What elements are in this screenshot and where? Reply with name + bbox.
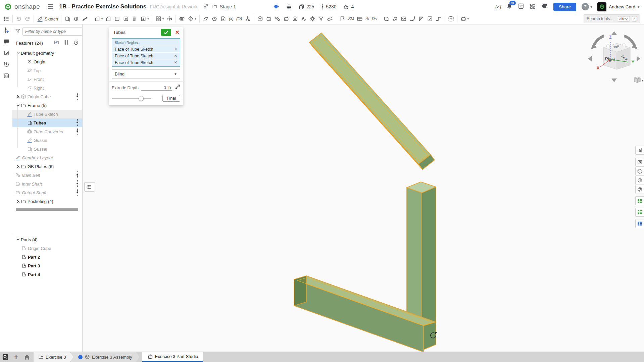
tube-diagonal-side-face[interactable] — [309, 42, 423, 169]
wire-tool[interactable] — [434, 15, 443, 23]
ds-tool-tool[interactable]: Ds — [370, 15, 378, 22]
feature-row-tube-converter[interactable]: Tube Converter — [12, 127, 82, 136]
custom-feature-robot-tool[interactable]: ▾ — [459, 15, 470, 23]
remove-region-icon[interactable]: ✕ — [174, 54, 177, 58]
part-row-part-3[interactable]: Part 3 — [12, 261, 82, 270]
feature-row-pocketing-4[interactable]: Pocketing (4) — [12, 197, 82, 206]
belt-feature-tool[interactable] — [273, 15, 282, 23]
custom-feature-robot-caret-icon[interactable]: ▾ — [467, 17, 469, 20]
suppression-handle[interactable] — [76, 93, 79, 101]
thread-tool[interactable] — [130, 15, 139, 23]
statistics-panel-icon[interactable] — [635, 146, 644, 155]
explode-tree-tool[interactable] — [243, 15, 252, 23]
split-tool[interactable]: ▾ — [186, 15, 198, 23]
move-face-tool[interactable] — [391, 15, 399, 23]
new-tab-button[interactable]: + — [11, 352, 21, 362]
tube-feature-tool[interactable] — [291, 15, 299, 23]
apps-grid-icon[interactable] — [530, 3, 536, 11]
history-rail-icon[interactable] — [0, 59, 12, 70]
suppression-handle[interactable] — [76, 171, 79, 179]
fillet-tool[interactable]: ▾ — [93, 15, 104, 23]
workspace-label[interactable]: Stage 1 — [220, 4, 236, 9]
eraser-feature-tool[interactable] — [326, 15, 334, 23]
feature-row-default-geometry[interactable]: Default geometry — [12, 49, 82, 57]
redo-tool[interactable] — [23, 15, 32, 23]
rib-caret-icon[interactable]: ▾ — [147, 17, 149, 20]
featurescript-icon[interactable]: {✓} — [495, 4, 501, 9]
lookup-tool[interactable]: (Q) — [235, 15, 243, 22]
collapse-arrow-icon[interactable] — [15, 51, 21, 55]
share-button[interactable]: Share — [553, 3, 576, 11]
gear-feature-tool[interactable] — [308, 15, 317, 23]
sketch-tool[interactable]: Sketch — [36, 15, 59, 23]
tasks-icon[interactable] — [518, 3, 524, 11]
insert-item-rail-icon[interactable] — [0, 24, 12, 36]
feature-row-gearbox-layout[interactable]: Gearbox Layout — [12, 153, 82, 162]
section-views-panel-icon[interactable] — [635, 176, 644, 185]
linear-pattern-caret-icon[interactable]: ▾ — [162, 17, 164, 20]
revolve-tool[interactable] — [72, 15, 81, 23]
sketch-region-row[interactable]: Face of Tube Sketch✕ — [112, 59, 180, 66]
rollback-bar[interactable] — [16, 208, 78, 211]
rotate-right-arrow[interactable] — [637, 56, 640, 61]
measure-pick-icon[interactable] — [174, 84, 180, 92]
rotate-left-arrow[interactable] — [588, 56, 592, 61]
public-globe-icon[interactable] — [286, 4, 292, 10]
undo-tool[interactable] — [14, 15, 23, 23]
part-row-part-2[interactable]: Part 2 — [12, 253, 82, 261]
feature-row-tube-sketch[interactable]: Tube Sketch — [12, 110, 82, 118]
view-cube[interactable]: Top Right Back Z Y X ▾ — [584, 29, 644, 89]
expand-arrow-icon[interactable] — [15, 199, 21, 203]
mate-feature-tool[interactable] — [299, 15, 308, 23]
fillet-caret-icon[interactable]: ▾ — [101, 17, 103, 20]
feature-row-front[interactable]: Front — [12, 75, 82, 84]
suspend-rollback-icon[interactable] — [64, 40, 68, 46]
link-icon[interactable] — [203, 3, 209, 10]
suppression-handle[interactable] — [76, 127, 79, 136]
variable-tool[interactable]: (x) — [228, 15, 235, 22]
expand-arrow-icon[interactable] — [15, 95, 21, 99]
feature-row-origin-cube[interactable]: Origin Cube — [12, 92, 82, 101]
document-tab-exercise-3-assembly[interactable]: Exercise 3 Assembly — [71, 352, 140, 362]
suppression-handle[interactable] — [76, 189, 79, 197]
education-badge[interactable] — [273, 4, 279, 10]
likes-stat[interactable]: 4 — [343, 4, 354, 10]
feature-row-right[interactable]: Right — [12, 84, 82, 92]
suppression-handle[interactable] — [76, 119, 79, 127]
part-row-part-4[interactable]: Part 4 — [12, 270, 82, 279]
rotate-up-arrow[interactable] — [611, 31, 617, 35]
remove-region-icon[interactable]: ✕ — [174, 60, 177, 65]
frame-cube-tool[interactable] — [256, 15, 264, 23]
document-tab-exercise-3[interactable]: Exercise 3 — [34, 352, 73, 362]
dialog-cancel-button[interactable]: ✕ — [174, 29, 181, 36]
hole-tool[interactable] — [121, 15, 130, 23]
view-menu-cube-icon[interactable]: ▾ — [634, 77, 643, 83]
validate-doc-tool[interactable] — [426, 15, 434, 23]
decal-tool[interactable] — [399, 15, 408, 23]
derived-tool[interactable] — [219, 15, 228, 23]
end-condition-select[interactable]: Blind ▼ — [112, 69, 180, 79]
sketch-region-row[interactable]: Face of Tube Sketch✕ — [112, 46, 180, 52]
derive-book-tool[interactable] — [382, 15, 391, 23]
learning-center-icon[interactable] — [541, 3, 548, 11]
dialog-accept-button[interactable] — [161, 29, 171, 36]
feature-row-origin[interactable]: Origin — [12, 57, 82, 66]
feature-row-tubes[interactable]: Tubes — [12, 118, 82, 127]
plane-tool[interactable] — [201, 15, 210, 23]
home-tab-icon[interactable] — [21, 352, 32, 362]
boolean-tool[interactable] — [178, 15, 186, 23]
feature-row-top[interactable]: Top — [12, 66, 82, 75]
collapse-arrow-icon[interactable] — [15, 238, 21, 242]
copies-stat[interactable]: 225 — [299, 4, 314, 10]
dashed-target-tool[interactable] — [447, 15, 455, 23]
mirror-tool[interactable] — [165, 15, 174, 23]
display-states-panel-icon[interactable] — [635, 167, 644, 176]
stopwatch-icon[interactable] — [73, 40, 79, 47]
part-row-origin-cube[interactable]: Origin Cube — [12, 244, 82, 253]
notes-rail-icon[interactable] — [0, 47, 12, 59]
expand-arrow-icon[interactable] — [15, 164, 21, 168]
feature-row-main-belt[interactable]: Main Belt — [12, 171, 82, 179]
extrude-depth-input[interactable]: 1 in — [141, 85, 172, 91]
shell-tool[interactable] — [113, 15, 121, 23]
frame-table-2-panel-icon[interactable] — [635, 208, 644, 217]
